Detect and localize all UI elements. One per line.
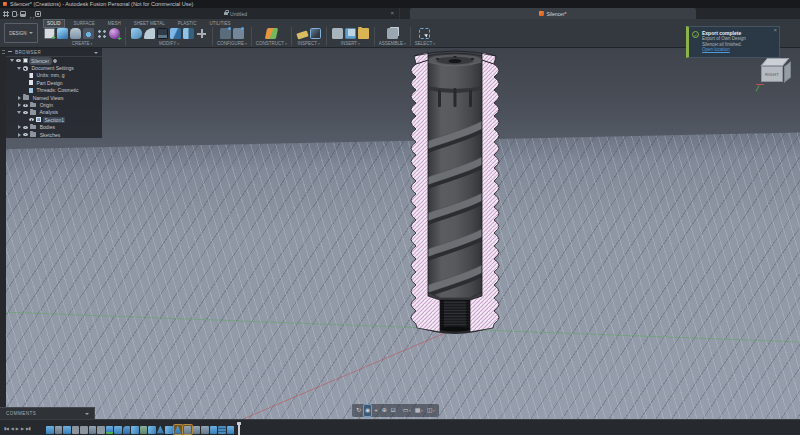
timeline-feature-loft[interactable] <box>174 426 182 434</box>
insert-mesh-icon[interactable] <box>358 28 369 39</box>
viewcube-right-face[interactable]: RIGHT <box>761 66 783 82</box>
split-body-icon[interactable] <box>183 28 194 39</box>
timeline-feature-move[interactable] <box>80 426 88 434</box>
group-label-create[interactable]: CREATE <box>72 41 93 46</box>
file-new-icon[interactable] <box>12 11 17 17</box>
timeline-feature-sketch[interactable] <box>63 426 71 434</box>
close-tab-icon[interactable] <box>390 8 394 19</box>
eye-visibility-icon[interactable] <box>23 111 28 114</box>
comments-bar[interactable]: COMMENTS <box>0 407 95 419</box>
timeline-feature-move[interactable] <box>72 426 80 434</box>
timeline-feature-sketch-green[interactable] <box>106 426 114 434</box>
browser-item-origin[interactable]: Origin <box>6 101 102 108</box>
group-label-inspect[interactable]: INSPECT <box>298 41 320 46</box>
timeline-feature-sketch[interactable] <box>210 426 218 434</box>
eye-visibility-icon[interactable] <box>16 59 21 62</box>
ribbon-tab-utilities[interactable]: UTILITIES <box>206 20 233 27</box>
browser-item-document-settings[interactable]: Document Settings <box>6 64 102 71</box>
timeline-feature-feature[interactable] <box>55 426 63 434</box>
caret-open-icon[interactable] <box>17 111 21 114</box>
viewcube-side-face[interactable] <box>784 61 791 82</box>
open-location-link[interactable]: Open location <box>702 47 746 54</box>
ribbon-tab-solid[interactable]: SOLID <box>44 20 64 27</box>
browser-item-threads-cosmetic[interactable]: Threads: Cosmetic <box>6 87 102 94</box>
eye-visibility-icon[interactable] <box>29 118 34 121</box>
step-forward-icon[interactable]: ▶ <box>21 426 24 431</box>
ribbon-tab-surface[interactable]: SURFACE <box>71 20 98 27</box>
group-label-insert[interactable]: INSERT <box>341 41 360 46</box>
orbit-icon[interactable]: ↻ <box>355 405 362 416</box>
timeline-feature-sketch[interactable] <box>227 426 235 434</box>
timeline-selected-feature[interactable] <box>174 425 183 434</box>
viewport-canvas[interactable]: BROWSER SilencerDocument SettingsUnits: … <box>0 48 800 419</box>
silencer-section-model[interactable] <box>404 48 504 338</box>
save-icon[interactable] <box>20 11 26 17</box>
box-icon[interactable] <box>57 28 68 39</box>
timeline-feature-sweep[interactable] <box>131 426 139 434</box>
eye-visibility-icon[interactable] <box>23 104 28 107</box>
select-icon[interactable] <box>419 28 430 39</box>
browser-item-section1[interactable]: Section1 <box>6 116 102 123</box>
timeline-feature-move[interactable] <box>97 426 105 434</box>
document-tab-untitled[interactable]: Untitled <box>72 8 400 19</box>
construction-plane-icon[interactable] <box>265 28 278 39</box>
workspace-switcher-button[interactable]: DESIGN <box>4 23 38 43</box>
timeline-feature-feature[interactable] <box>201 426 209 434</box>
group-label-construct[interactable]: CONSTRUCT <box>256 41 287 46</box>
fit-icon[interactable]: ⊡ <box>390 405 397 416</box>
offset-face-icon[interactable] <box>170 28 181 39</box>
eye-visibility-icon[interactable] <box>23 126 28 129</box>
ribbon-tab-plastic[interactable]: PLASTIC <box>175 20 200 27</box>
browser-item-analysis[interactable]: Analysis <box>6 109 102 116</box>
play-icon[interactable]: ▶ <box>16 426 19 431</box>
browser-item-units-mm-g[interactable]: Units: mm, g <box>6 72 102 79</box>
grid-snaps-icon[interactable]: ▦ <box>414 405 424 417</box>
collapse-panel-icon[interactable] <box>94 52 98 54</box>
timeline-selected-feature[interactable] <box>183 425 192 434</box>
display-settings-icon[interactable]: ▭ <box>402 405 412 417</box>
activate-component-icon[interactable] <box>53 59 57 63</box>
ribbon-tab-sheet-metal[interactable]: SHEET METAL <box>131 20 168 27</box>
group-label-assemble[interactable]: ASSEMBLE <box>379 41 406 46</box>
close-notification-icon[interactable] <box>773 27 777 33</box>
shell-icon[interactable] <box>157 28 168 39</box>
browser-item-sketches[interactable]: Sketches <box>6 131 102 138</box>
viewports-icon[interactable]: ◫ <box>426 405 436 417</box>
group-label-configure[interactable]: CONFIGURE <box>217 41 247 46</box>
skip-to-start-icon[interactable]: ▮◀ <box>4 426 8 431</box>
caret-closed-icon[interactable] <box>18 133 21 137</box>
primitive-icon[interactable] <box>83 28 94 39</box>
timeline-feature-feature[interactable] <box>193 426 201 434</box>
create-sketch-icon[interactable] <box>44 28 55 39</box>
look-at-icon[interactable]: ◉ <box>364 405 371 416</box>
eye-visibility-icon[interactable] <box>23 133 28 136</box>
configuration-icon[interactable] <box>220 28 231 39</box>
timeline-feature-loft[interactable] <box>157 426 165 434</box>
cylinder-icon[interactable] <box>70 28 81 39</box>
skip-to-end-icon[interactable]: ▶▮ <box>26 426 30 431</box>
ribbon-tab-mesh[interactable]: MESH <box>105 20 124 27</box>
caret-closed-icon[interactable] <box>18 125 21 129</box>
fillet-icon[interactable] <box>144 28 155 39</box>
timeline-feature-sweep[interactable] <box>165 426 173 434</box>
browser-item-silencer[interactable]: Silencer <box>6 57 102 64</box>
timeline-feature-sketch[interactable] <box>46 426 54 434</box>
timeline-feature-sketch[interactable] <box>114 426 122 434</box>
insert-derive-icon[interactable] <box>332 28 343 39</box>
canvas-icon[interactable] <box>345 28 356 39</box>
timeline-feature-feature[interactable] <box>89 426 97 434</box>
view-cube[interactable]: RIGHT <box>756 54 798 96</box>
group-label-select[interactable]: SELECT <box>415 41 435 46</box>
zoom-window-icon[interactable]: ⊕ <box>381 405 388 416</box>
step-back-icon[interactable]: ◀ <box>11 426 14 431</box>
timeline-position-marker[interactable] <box>238 424 240 435</box>
pan-icon[interactable]: + <box>373 405 379 416</box>
configuration-table-icon[interactable] <box>233 28 244 39</box>
browser-item-part-design[interactable]: Part Design <box>6 79 102 86</box>
caret-open-icon[interactable] <box>10 59 14 62</box>
browser-item-named-views[interactable]: Named Views <box>6 94 102 101</box>
pattern-icon[interactable] <box>96 28 107 39</box>
new-component-icon[interactable] <box>387 28 398 39</box>
section-analysis-icon[interactable] <box>310 28 321 39</box>
extensions-icon[interactable] <box>35 11 41 17</box>
